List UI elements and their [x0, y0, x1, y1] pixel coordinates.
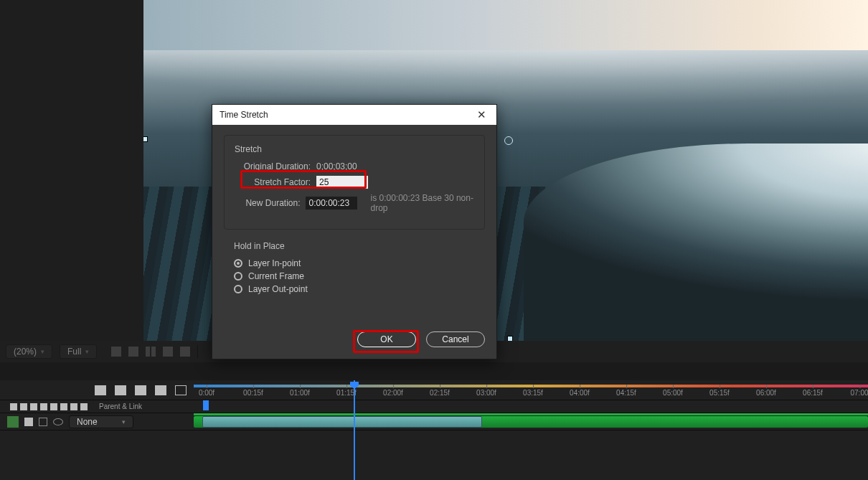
selection-handle[interactable] [143, 136, 148, 142]
group-label: Stretch [235, 144, 474, 154]
zoom-value: (20%) [14, 347, 37, 357]
layer-track[interactable] [194, 413, 868, 430]
preview-toolbar-icons [111, 347, 190, 357]
grid-icon[interactable] [111, 347, 121, 357]
in-point-marker[interactable] [203, 400, 209, 410]
shy-icon[interactable] [95, 385, 106, 395]
frame-blend-icon[interactable] [115, 385, 126, 395]
close-icon[interactable]: ✕ [473, 107, 489, 123]
radio-label: Layer In-point [248, 258, 301, 268]
motion-blur-icon[interactable] [135, 385, 146, 395]
channels-icon[interactable] [146, 347, 156, 357]
anchor-handle[interactable] [504, 136, 513, 145]
playhead[interactable] [354, 380, 355, 480]
col-icon[interactable] [30, 403, 37, 410]
timeline-panel: 0:00f 00:15f 01:00f 01:15f 02:00f 02:15f… [0, 380, 868, 480]
transparency-icon[interactable] [163, 347, 173, 357]
stretch-factor-label: Stretch Factor: [235, 177, 311, 187]
stretch-group: Stretch Original Duration: 0;00;03;00 St… [224, 135, 485, 230]
col-icon[interactable] [10, 403, 17, 410]
hold-out-point-radio[interactable]: Layer Out-point [234, 284, 475, 294]
new-duration-input[interactable] [306, 197, 357, 210]
parent-link-header: Parent & Link [99, 403, 142, 410]
ruler-tick: 06:00f [756, 389, 776, 397]
time-stretch-dialog: Time Stretch ✕ Stretch Original Duration… [212, 104, 497, 359]
hold-in-place-group: Hold in Place Layer In-point Current Fra… [224, 241, 485, 309]
ruler-tick: 03:15f [523, 389, 543, 397]
ruler-tick: 06:15f [803, 389, 823, 397]
col-icon[interactable] [50, 403, 57, 410]
radio-label: Layer Out-point [248, 284, 308, 294]
region-icon[interactable] [180, 347, 190, 357]
zoom-dropdown[interactable]: (20%)▾ [6, 344, 52, 359]
col-icon[interactable] [70, 403, 77, 410]
radio-label: Current Frame [248, 271, 304, 281]
graph-editor-icon[interactable] [155, 385, 166, 395]
original-duration-value: 0;00;03;00 [316, 161, 357, 171]
pickwhip-icon[interactable] [53, 418, 63, 425]
col-icon[interactable] [20, 403, 27, 410]
mask-icon[interactable] [128, 347, 138, 357]
ruler-tick: 00:15f [243, 389, 263, 397]
ruler-tick: 07:00 [850, 389, 868, 397]
new-duration-label: New Duration: [235, 198, 300, 208]
group-label: Hold in Place [234, 241, 475, 251]
hold-current-frame-radio[interactable]: Current Frame [234, 271, 475, 281]
ruler-tick: 05:15f [709, 389, 730, 397]
time-ruler[interactable]: 0:00f 00:15f 01:00f 01:15f 02:00f 02:15f… [194, 380, 868, 400]
timeline-column-header: Parent & Link [0, 400, 868, 413]
ruler-tick: 04:15f [616, 389, 636, 397]
layer-color-swatch[interactable] [7, 416, 19, 428]
ruler-tick: 05:00f [663, 389, 683, 397]
col-icon[interactable] [80, 403, 88, 410]
layer-row[interactable]: None▾ [0, 413, 868, 430]
parent-value: None [77, 417, 98, 427]
parent-dropdown[interactable]: None▾ [69, 415, 133, 428]
stretch-factor-input[interactable] [316, 176, 368, 189]
selection-handle[interactable] [507, 336, 513, 341]
resolution-dropdown[interactable]: Full▾ [60, 344, 97, 359]
hold-in-point-radio[interactable]: Layer In-point [234, 258, 475, 268]
ruler-tick: 02:00f [383, 389, 403, 397]
draft-icon[interactable] [175, 385, 187, 395]
ruler-tick: 03:00f [476, 389, 496, 397]
ok-button[interactable]: OK [357, 331, 416, 347]
ruler-tick: 0:00f [199, 389, 214, 397]
layer-toggle-icon[interactable] [39, 418, 47, 426]
ruler-tick: 01:00f [290, 389, 310, 397]
dialog-titlebar[interactable]: Time Stretch ✕ [212, 105, 496, 125]
resolution-value: Full [67, 347, 81, 357]
ruler-tick: 02:15f [430, 389, 450, 397]
col-icon[interactable] [40, 403, 47, 410]
new-duration-hint: is 0:00:00:23 Base 30 non-drop [370, 193, 474, 213]
layer-clip[interactable] [202, 416, 482, 428]
original-duration-label: Original Duration: [235, 161, 311, 171]
dialog-title: Time Stretch [220, 110, 268, 120]
cancel-button[interactable]: Cancel [426, 331, 485, 347]
ruler-tick: 04:00f [570, 389, 590, 397]
col-icon[interactable] [60, 403, 67, 410]
timeline-header: 0:00f 00:15f 01:00f 01:15f 02:00f 02:15f… [0, 380, 868, 400]
layer-toggle-icon[interactable] [24, 418, 33, 426]
